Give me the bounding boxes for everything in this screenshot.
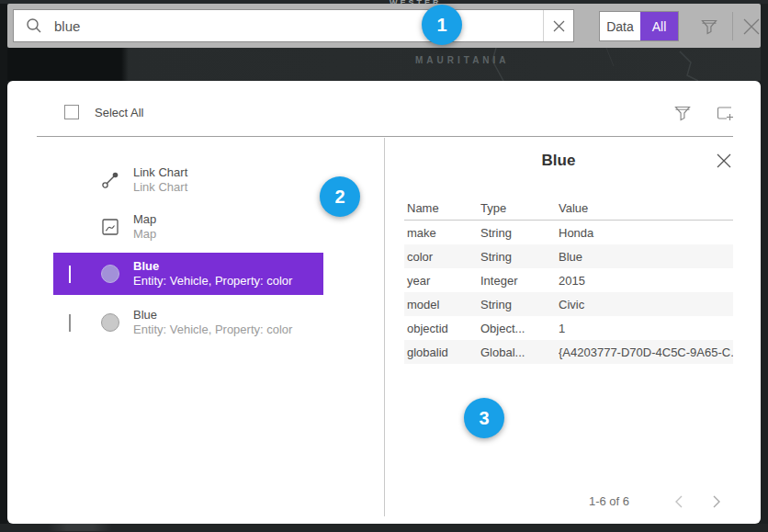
cell-value: {A4203777-D70D-4C5C-9A65-C... <box>559 345 733 359</box>
entity-circle-icon <box>100 312 120 333</box>
cell-type: Global... <box>480 345 559 359</box>
results-filter-button[interactable] <box>671 101 695 125</box>
panel-divider <box>384 138 385 516</box>
cell-name: globalid <box>404 345 480 359</box>
chevron-left-icon <box>674 495 683 508</box>
cell-value: 1 <box>559 322 733 335</box>
table-row: color String Blue <box>404 244 733 268</box>
cell-value: Blue <box>559 250 733 264</box>
callout-badge-2: 2 <box>320 176 360 217</box>
chevron-right-icon <box>712 495 721 508</box>
cell-value: Honda <box>559 226 733 240</box>
table-row: year Integer 2015 <box>404 268 733 292</box>
entity-circle-icon <box>100 264 120 284</box>
map-attribution-fragment <box>48 524 112 531</box>
map-strip-bottom <box>0 524 768 532</box>
header-divider <box>37 136 733 137</box>
map-icon <box>100 217 120 237</box>
clear-search-button[interactable] <box>543 10 573 41</box>
pagination-label: 1-6 of 6 <box>559 494 660 508</box>
close-icon <box>742 17 761 36</box>
cell-type: Integer <box>480 274 559 288</box>
item-subtitle: Map <box>133 227 156 242</box>
cell-type: String <box>480 298 559 311</box>
search-scope-toggle: Data All <box>599 11 679 41</box>
item-subtitle: Link Chart <box>133 180 187 195</box>
cell-name: objectid <box>404 322 480 335</box>
list-item-map[interactable]: Map Map <box>53 206 323 248</box>
toolbar-close-button[interactable] <box>740 16 762 38</box>
search-input[interactable]: blue <box>13 9 574 42</box>
map-strip-mid: MAURITANIA <box>0 48 768 81</box>
list-item-blue-selected[interactable]: Blue Entity: Vehicle, Property: color <box>53 253 323 295</box>
item-title: Blue <box>133 259 292 274</box>
properties-table: Name Type Value make String Honda color … <box>404 197 733 364</box>
item-subtitle: Entity: Vehicle, Property: color <box>133 323 292 337</box>
map-edge-right <box>761 4 768 524</box>
checkbox-spacer <box>69 173 84 187</box>
pagination-prev-button[interactable] <box>669 492 689 512</box>
select-all-label: Select All <box>95 106 143 119</box>
select-all-checkbox[interactable] <box>64 105 79 119</box>
map-edge-left <box>0 4 7 524</box>
toolbar-divider <box>732 12 733 40</box>
add-selection-icon <box>716 105 734 122</box>
map-label-mauritania: MAURITANIA <box>415 55 510 65</box>
col-header-type: Type <box>480 201 559 215</box>
list-item-link-chart[interactable]: Link Chart Link Chart <box>53 159 323 201</box>
add-to-selection-button[interactable] <box>713 101 737 125</box>
scope-all-button[interactable]: All <box>640 12 678 40</box>
cell-name: make <box>404 226 480 240</box>
table-row: model String Civic <box>404 292 733 316</box>
checkbox-spacer <box>69 220 84 234</box>
callout-badge-3: 3 <box>464 398 504 438</box>
cell-name: year <box>404 274 480 288</box>
cell-type: String <box>480 226 559 240</box>
scope-data-button[interactable]: Data <box>600 12 640 40</box>
table-row: make String Honda <box>404 221 733 244</box>
detail-close-button[interactable] <box>715 152 733 170</box>
link-chart-icon <box>100 170 120 190</box>
col-header-value: Value <box>559 201 733 215</box>
item-title: Blue <box>133 308 292 323</box>
detail-title: Blue <box>402 152 715 170</box>
col-header-name: Name <box>404 201 480 215</box>
search-results-dialog: Select All Link Chart Link Chart <box>7 81 761 524</box>
cell-name: model <box>404 298 480 311</box>
cell-type: Object... <box>480 322 559 335</box>
table-header: Name Type Value <box>404 197 733 221</box>
table-row: objectid Object... 1 <box>404 316 733 340</box>
item-checkbox[interactable] <box>69 266 71 283</box>
screenshot-root: WESTER MAURITANIA blue Data All <box>0 0 768 532</box>
pagination-next-button[interactable] <box>706 492 727 512</box>
item-title: Link Chart <box>133 165 187 180</box>
item-subtitle: Entity: Vehicle, Property: color <box>133 274 292 289</box>
item-checkbox[interactable] <box>69 314 71 332</box>
filter-icon <box>701 19 717 35</box>
filter-icon <box>674 106 691 121</box>
toolbar-filter-button[interactable] <box>698 17 720 37</box>
table-row: globalid Global... {A4203777-D70D-4C5C-9… <box>404 340 733 364</box>
cell-value: Civic <box>559 298 733 311</box>
cell-name: color <box>404 250 480 264</box>
search-query-text: blue <box>54 18 543 34</box>
cell-type: String <box>480 250 559 264</box>
search-icon <box>14 17 54 34</box>
callout-badge-1: 1 <box>422 5 462 45</box>
map-border-lines <box>0 48 768 81</box>
close-icon <box>717 153 731 168</box>
cell-value: 2015 <box>559 274 733 288</box>
item-title: Map <box>133 212 156 227</box>
search-toolbar: blue Data All <box>7 4 761 48</box>
list-item-blue[interactable]: Blue Entity: Vehicle, Property: color <box>53 301 323 344</box>
